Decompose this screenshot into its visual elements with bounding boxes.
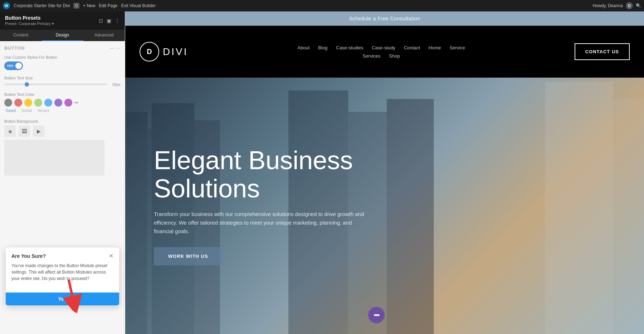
nav-link-shop[interactable]: Shop — [389, 53, 400, 59]
nav-link-blog[interactable]: Blog — [318, 45, 327, 50]
columns-icon[interactable]: ▣ — [107, 18, 111, 24]
color-swatch-yellow[interactable] — [24, 99, 32, 107]
custom-styles-field: Use Custom Styles For Button YES — [4, 55, 121, 70]
toggle-yes-label: YES — [7, 64, 13, 68]
nav-link-services[interactable]: Services — [362, 53, 380, 59]
section-settings-icon[interactable]: ⋯ — [116, 46, 121, 51]
comments-count[interactable]: 0 — [73, 3, 79, 9]
nav-link-contact[interactable]: Contact — [404, 45, 420, 50]
color-swatch-violet[interactable] — [64, 99, 72, 107]
sidebar-tabs: Content Design Advanced — [0, 30, 125, 41]
nav-row-1: About Blog Case-studies Case-study Conta… — [297, 45, 465, 50]
edit-page-button[interactable]: Edit Page — [99, 3, 117, 8]
preset-tabs: Saved Global Recent — [4, 108, 121, 113]
fab-button[interactable]: ••• — [368, 307, 385, 323]
sidebar-title: Button Presets — [5, 15, 54, 21]
color-swatches: ✏ — [4, 99, 121, 107]
bg-preview — [4, 140, 104, 176]
nav-link-home[interactable]: Home — [429, 45, 441, 50]
text-size-field: Button Text Size 16px — [4, 76, 121, 87]
hero-subtitle: Transform your business with our compreh… — [154, 210, 365, 236]
hero-section: Elegant Business Solutions Transform you… — [125, 78, 644, 334]
search-icon[interactable]: 🔍 — [636, 3, 641, 8]
tab-advanced[interactable]: Advanced — [83, 30, 125, 41]
hero-content: Elegant Business Solutions Transform you… — [125, 125, 394, 287]
copy-icon[interactable]: ⊡ — [99, 18, 103, 24]
slider-thumb — [25, 82, 29, 87]
contact-us-button[interactable]: CONTACT US — [575, 43, 630, 60]
site-preview: Schedule a Free Consultation D DIVI Abou… — [125, 11, 644, 334]
saved-preset-tab[interactable]: Saved — [4, 108, 17, 113]
admin-bar: W Corporate Starter Site for Divi 0 + Ne… — [0, 0, 644, 11]
confirm-message: You've made changes to the Button Module… — [11, 262, 113, 282]
color-swatch-red[interactable] — [14, 99, 22, 107]
divi-sidebar: Button Presets Preset: Corporate Primary… — [0, 11, 125, 334]
svg-rect-9 — [387, 99, 434, 334]
text-size-value: 16px — [110, 82, 121, 87]
site-navigation: D DIVI About Blog Case-studies Case-stud… — [125, 26, 644, 78]
custom-styles-toggle[interactable]: YES — [4, 62, 23, 70]
nav-links: About Blog Case-studies Case-study Conta… — [297, 45, 465, 59]
sidebar-preset-label[interactable]: Preset: Corporate Primary ▾ — [5, 21, 54, 26]
svg-rect-11 — [613, 99, 644, 334]
custom-styles-label: Use Custom Styles For Button — [4, 55, 121, 59]
site-logo: D DIVI — [140, 42, 188, 62]
wp-logo-icon[interactable]: W — [3, 2, 10, 9]
color-swatch-purple[interactable] — [54, 99, 62, 107]
bg-video-icon[interactable]: ▶ — [33, 126, 44, 137]
howdy-label: Howdy, Deanna — [593, 3, 623, 8]
tab-content[interactable]: Content — [0, 30, 42, 41]
text-size-slider[interactable] — [4, 84, 107, 85]
svg-line-1 — [59, 280, 84, 306]
user-avatar[interactable]: D — [626, 2, 633, 9]
text-color-label: Button Text Color — [4, 92, 121, 97]
tab-design[interactable]: Design — [42, 30, 83, 41]
color-swatch-gray[interactable] — [4, 99, 12, 107]
confirm-title: Are You Sure? — [11, 253, 46, 259]
section-title: Button — [4, 45, 25, 51]
text-color-field: Button Text Color ✏ Saved Global Recent — [4, 92, 121, 113]
nav-link-about[interactable]: About — [297, 45, 309, 50]
svg-rect-10 — [545, 82, 613, 334]
confirm-close-button[interactable]: ✕ — [109, 253, 113, 259]
recent-preset-tab[interactable]: Recent — [36, 108, 50, 113]
new-button[interactable]: + New — [83, 3, 95, 8]
color-swatch-blue[interactable] — [44, 99, 52, 107]
bg-gradient-icon[interactable]: ◈ — [4, 126, 16, 137]
sidebar-header: Button Presets Preset: Corporate Primary… — [0, 11, 125, 30]
logo-text: DIVI — [163, 46, 188, 58]
work-with-us-button[interactable]: WORK WITH US — [154, 247, 223, 265]
nav-row-2: Services Shop — [362, 53, 400, 59]
global-preset-tab[interactable]: Global — [20, 108, 33, 113]
schedule-banner: Schedule a Free Consultation — [125, 11, 644, 26]
color-picker-icon[interactable]: ✏ — [74, 100, 79, 105]
hero-title: Elegant Business Solutions — [154, 146, 365, 203]
fab-icon: ••• — [374, 311, 379, 319]
site-name-link[interactable]: Corporate Starter Site for Divi — [14, 3, 70, 8]
exit-vb-button[interactable]: Exit Visual Builder — [121, 3, 156, 8]
text-size-label: Button Text Size — [4, 76, 121, 80]
section-collapse-icon[interactable]: — — [110, 46, 114, 51]
nav-link-case-study[interactable]: Case-study — [372, 45, 395, 50]
color-swatch-green[interactable] — [34, 99, 42, 107]
nav-link-service[interactable]: Service — [449, 45, 465, 50]
nav-link-case-studies[interactable]: Case-studies — [336, 45, 363, 50]
bg-field: Button Background ◈ 🖼 ▶ — [4, 119, 121, 176]
logo-icon: D — [140, 42, 159, 62]
bg-label: Button Background — [4, 119, 121, 123]
bg-image-icon[interactable]: 🖼 — [19, 126, 30, 137]
more-options-icon[interactable]: ⋮ — [115, 18, 120, 24]
